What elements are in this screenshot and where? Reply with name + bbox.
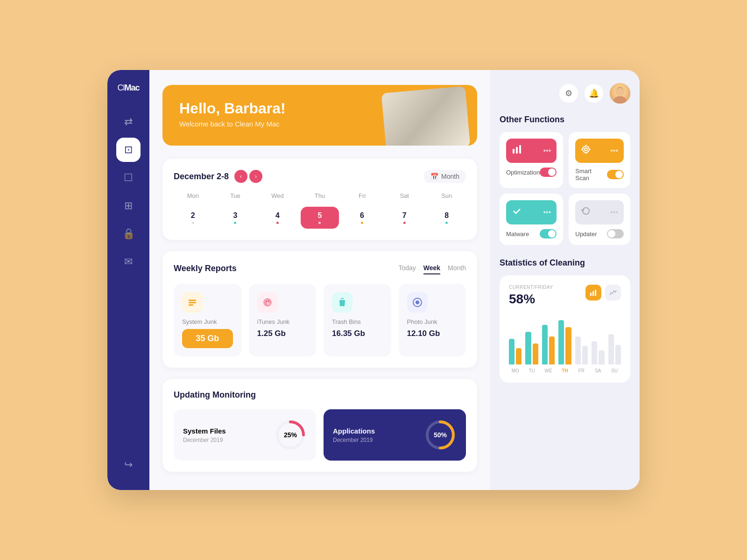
reports-cards: System Junk 35 Gb iTunes Junk 1.25 Gb (174, 284, 466, 357)
hero-banner: Hello, Barbara! Welcome back to Clean My… (162, 85, 477, 146)
day-header-thu: Thu (301, 192, 339, 199)
optimization-toggle[interactable] (540, 168, 557, 177)
monitoring-section: Updating Monitoring System Files Decembe… (162, 379, 477, 472)
day-tue[interactable]: 3 (216, 207, 255, 229)
system-files-date: December 2019 (183, 437, 226, 443)
system-junk-value: 35 Gb (182, 329, 233, 348)
app-logo: ClMac (117, 83, 139, 93)
reports-title: Weekly Reports (174, 264, 237, 273)
updater-menu[interactable]: ••• (610, 208, 618, 217)
svg-rect-1 (189, 302, 196, 303)
system-junk-label: System Junk (182, 318, 217, 325)
function-card-optimization: ••• Optimization (500, 132, 563, 188)
applications-percent: 50% (434, 431, 447, 439)
day-sun[interactable]: 8 (427, 207, 466, 229)
smart-scan-card-top: ••• (575, 139, 624, 163)
chart-label-we: WE (542, 368, 555, 373)
optimization-card-top: ••• (506, 139, 557, 163)
day-dot-sun (445, 222, 448, 224)
other-functions-title: Other Functions (500, 115, 630, 125)
day-header-sun: Sun (427, 192, 466, 199)
notifications-button[interactable]: 🔔 (585, 84, 603, 103)
sidebar-item-sliders[interactable]: ⊞ (116, 194, 141, 218)
filter-icon: ⇄ (124, 116, 133, 128)
calendar-title: December 2-8 (174, 172, 229, 182)
stats-bar-chart-button[interactable] (585, 285, 601, 301)
sidebar-item-folder[interactable]: ☐ (116, 166, 141, 190)
chart-group-su (608, 334, 621, 364)
smart-scan-menu[interactable]: ••• (610, 147, 618, 155)
smart-scan-label: Smart Scan (575, 168, 607, 182)
itunes-junk-value: 1.25 Gb (257, 329, 286, 338)
report-card-system-junk: System Junk 35 Gb (174, 284, 241, 357)
report-card-itunes-junk: iTunes Junk 1.25 Gb (249, 284, 317, 357)
day-thu[interactable]: 5 (301, 207, 339, 229)
svg-rect-12 (516, 147, 518, 154)
reports-section: Weekly Reports Today Week Month System J… (162, 251, 477, 368)
svg-point-9 (616, 87, 624, 96)
updater-toggle[interactable] (607, 229, 624, 238)
main-content: Hello, Barbara! Welcome back to Clean My… (149, 70, 490, 490)
sidebar-item-filter[interactable]: ⇄ (116, 110, 141, 134)
applications-name: Applications (333, 427, 375, 435)
chart-group-we (542, 325, 555, 364)
svg-point-15 (585, 148, 587, 151)
calendar-section: December 2-8 ‹ › 📅 Month Mon Tue Wed Thu… (162, 159, 477, 240)
malware-toggle[interactable] (540, 229, 557, 238)
smart-scan-toggle[interactable] (607, 170, 624, 179)
itunes-junk-icon (257, 292, 278, 313)
logout-button[interactable]: ↪ (116, 453, 141, 477)
day-sat[interactable]: 7 (385, 207, 424, 229)
sidebar-item-monitor[interactable]: ⊡ (116, 138, 141, 162)
report-card-trash-bins: Trash Bins 16.35 Gb (324, 284, 391, 357)
svg-rect-21 (592, 291, 594, 296)
chart-label-tu: TU (525, 368, 538, 373)
period-tab-today[interactable]: Today (398, 262, 416, 274)
app-container: ClMac ⇄ ⊡ ☐ ⊞ 🔒 ✉ ↪ (107, 70, 640, 490)
settings-icon: ⚙ (565, 88, 572, 98)
system-junk-icon (182, 292, 203, 313)
period-tab-week[interactable]: Week (423, 262, 440, 274)
day-mon[interactable]: 2 (174, 207, 212, 229)
settings-button[interactable]: ⚙ (559, 84, 578, 103)
sidebar-item-lock[interactable]: 🔒 (116, 222, 141, 246)
stats-line-chart-button[interactable] (605, 285, 621, 301)
svg-rect-13 (519, 145, 521, 154)
other-functions-section: Other Functions ••• Optimization (500, 115, 630, 247)
optimization-menu[interactable]: ••• (543, 147, 551, 155)
month-button[interactable]: 📅 Month (424, 170, 466, 183)
day-fri[interactable]: 6 (343, 207, 381, 229)
svg-point-4 (416, 301, 419, 304)
calendar-icon: 📅 (430, 173, 438, 180)
system-files-name: System Files (183, 427, 226, 435)
user-avatar[interactable] (610, 83, 630, 104)
day-header-fri: Fri (343, 192, 381, 199)
chart-group-sa (592, 341, 604, 364)
day-wed[interactable]: 4 (258, 207, 297, 229)
system-files-percent: 25% (284, 431, 297, 439)
chart-label-sa: SA (592, 368, 604, 373)
sidebar: ClMac ⇄ ⊡ ☐ ⊞ 🔒 ✉ ↪ (107, 70, 149, 490)
next-arrow[interactable]: › (249, 170, 262, 183)
photo-junk-label: Photo Junk (407, 318, 437, 325)
malware-menu[interactable]: ••• (543, 208, 551, 217)
monitor-card-system-files: System Files December 2019 25% (174, 409, 316, 461)
chart-label-fr: FR (575, 368, 588, 373)
prev-arrow[interactable]: ‹ (234, 170, 247, 183)
function-card-malware: ••• Malware (500, 194, 563, 245)
day-header-mon: Mon (174, 192, 212, 199)
optimization-label: Optimization (506, 169, 540, 176)
function-card-smart-scan: ••• Smart Scan (569, 132, 630, 188)
day-header-sat: Sat (385, 192, 424, 199)
chart-label-su: SU (608, 368, 621, 373)
sidebar-nav: ⇄ ⊡ ☐ ⊞ 🔒 ✉ (116, 110, 141, 453)
calendar-days: Mon Tue Wed Thu Fri Sat Sun 2 3 4 (174, 192, 466, 229)
monitor-card-applications: Applications December 2019 50% (324, 409, 466, 461)
svg-rect-2 (189, 304, 193, 306)
statistics-section: Statistics of Cleaning CURRENT/FRIDAY 58… (500, 258, 630, 383)
sidebar-item-mail[interactable]: ✉ (116, 250, 141, 274)
updater-card-top: ••• (575, 200, 624, 224)
reports-header: Weekly Reports Today Week Month (174, 262, 466, 274)
applications-progress: 50% (424, 419, 457, 451)
period-tab-month[interactable]: Month (448, 262, 466, 274)
